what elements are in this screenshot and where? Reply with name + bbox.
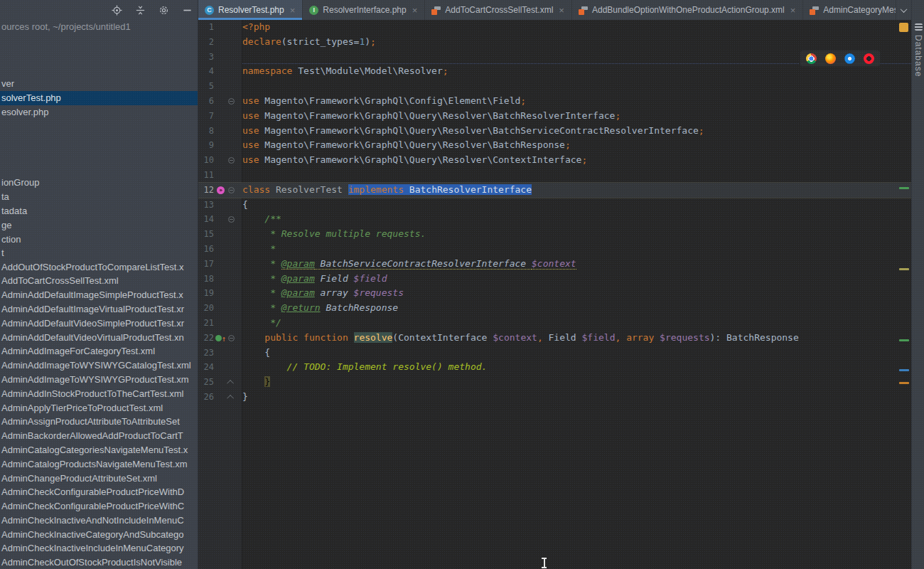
fold-marker-icon[interactable] — [228, 216, 235, 223]
code-line-8[interactable]: 8use Magento\Framework\GraphQl\Query\Res… — [198, 124, 911, 139]
tab-label: ResolverTest.php — [218, 5, 284, 15]
code-line-25[interactable]: 25 } — [198, 375, 911, 390]
code-line-15[interactable]: 15 * Resolve multiple requests. — [198, 227, 911, 242]
inspections-indicator[interactable] — [899, 23, 908, 32]
tree-item[interactable]: AdminAddDefaultVideoVirtualProductTest.x… — [0, 331, 198, 345]
tree-item[interactable]: AdminAddImageToWYSIWYGCatalogTest.xml — [0, 358, 198, 373]
tab-label: AddToCartCrossSellTest.xml — [445, 5, 553, 15]
code-line-23[interactable]: 23 { — [198, 346, 911, 361]
fold-marker-icon[interactable] — [227, 395, 234, 402]
code-line-18[interactable]: 18 * @param Field $field — [198, 272, 911, 287]
tree-item[interactable]: AdminCatalogProductsNavigateMenuTest.xm — [0, 457, 198, 472]
tree-item[interactable]: ver — [0, 77, 198, 91]
right-tool-stripe: Database — [911, 0, 924, 569]
tree-item[interactable]: ionGroup — [0, 176, 198, 190]
tab-bar: ResolverTest.php×ResolverInterface.php×A… — [198, 0, 911, 20]
tab-overflow-button[interactable] — [896, 0, 911, 20]
php-class-file-icon — [205, 6, 214, 15]
tree-item[interactable]: AdminCheckConfigurableProductPriceWithD — [0, 485, 198, 499]
tree-item[interactable]: AdminAddImageToWYSIWYGProductTest.xm — [0, 373, 198, 387]
close-icon[interactable]: × — [790, 6, 796, 15]
tab-ResolverTest.php[interactable]: ResolverTest.php× — [198, 0, 303, 20]
php-interface-file-icon — [309, 6, 318, 15]
tab-ResolverInterface.php[interactable]: ResolverInterface.php× — [303, 0, 425, 20]
code-line-9[interactable]: 9use Magento\Framework\GraphQl\Query\Res… — [198, 138, 911, 153]
code-line-1[interactable]: 1<?php — [198, 20, 911, 35]
close-icon[interactable]: × — [412, 6, 418, 15]
code-line-11[interactable]: 11 — [198, 168, 911, 183]
fold-marker-icon[interactable] — [228, 98, 235, 105]
test-class-icon[interactable] — [217, 186, 225, 194]
error-stripe-mark[interactable] — [899, 268, 909, 270]
tree-item[interactable]: AdminAddDefaultImageSimpleProductTest.x — [0, 288, 198, 302]
code-line-14[interactable]: 14 /** — [198, 212, 911, 227]
safari-icon[interactable] — [844, 53, 855, 64]
line-number: 22 — [198, 331, 214, 346]
tree-item[interactable]: tadata — [0, 204, 198, 218]
tree-item[interactable]: ge — [0, 218, 198, 233]
tree-item[interactable]: esolver.php — [0, 105, 198, 119]
code-line-2[interactable]: 2declare(strict_types=1); — [198, 35, 911, 50]
code-line-19[interactable]: 19 * @param array $requests — [198, 286, 911, 301]
implement-method-icon[interactable] — [215, 334, 225, 342]
error-stripe-mark[interactable] — [899, 339, 909, 341]
line-number: 17 — [198, 257, 214, 272]
fold-marker-icon[interactable] — [227, 380, 234, 387]
tree-item[interactable]: ta — [0, 190, 198, 204]
tree-item[interactable]: AdminApplyTierPriceToProductTest.xml — [0, 401, 198, 415]
tree-item[interactable]: AdminBackorderAllowedAddProductToCartT — [0, 429, 198, 443]
close-icon[interactable]: × — [290, 6, 296, 15]
firefox-icon[interactable] — [825, 53, 836, 64]
line-number: 2 — [198, 35, 214, 50]
tree-item[interactable]: AddOutOfStockProductToCompareListTest.x — [0, 260, 198, 275]
database-tool-button[interactable]: Database — [912, 20, 924, 77]
tree-item[interactable]: AdminAddInStockProductToTheCartTest.xml — [0, 387, 198, 401]
code-line-13[interactable]: 13{ — [198, 198, 911, 213]
tree-item[interactable]: AdminChangeProductAttributeSet.xml — [0, 472, 198, 486]
tree-item[interactable]: AdminAddImageForCategoryTest.xml — [0, 344, 198, 358]
fold-marker-icon[interactable] — [228, 157, 235, 164]
tree-item[interactable]: AddToCartCrossSellTest.xml — [0, 274, 198, 288]
line-number: 13 — [198, 198, 214, 213]
code-editor[interactable]: 1<?php2declare(strict_types=1);34namespa… — [198, 20, 911, 569]
fold-marker-icon[interactable] — [228, 187, 235, 193]
code-line-20[interactable]: 20 * @return BatchResponse — [198, 301, 911, 316]
tree-item[interactable]: AdminAddDefaultImageVirtualProductTest.x… — [0, 302, 198, 317]
tab-AdminCategoryMessa[interactable]: AdminCategoryMessa — [803, 0, 896, 20]
code-line-12[interactable]: 12class ResolverTest implements BatchRes… — [198, 183, 911, 198]
code-line-26[interactable]: 26} — [198, 390, 911, 405]
error-stripe-mark[interactable] — [899, 382, 909, 384]
opera-icon[interactable] — [864, 53, 874, 64]
code-line-21[interactable]: 21 */ — [198, 316, 911, 331]
code-line-17[interactable]: 17 * @param BatchServiceContractResolver… — [198, 257, 911, 272]
chrome-icon[interactable] — [806, 53, 817, 64]
code-line-6[interactable]: 6use Magento\Framework\GraphQl\Config\El… — [198, 94, 911, 109]
chevron-down-icon — [900, 6, 907, 13]
code-line-22[interactable]: 22 public function resolve(ContextInterf… — [198, 331, 911, 346]
tree-item[interactable]: solverTest.php — [0, 91, 198, 105]
code-line-24[interactable]: 24 // TODO: Implement resolve() method. — [198, 360, 911, 375]
tree-item[interactable]: AdminCheckInactiveCategoryAndSubcatego — [0, 528, 198, 542]
tree-item[interactable]: AdminCheckInactiveAndNotIncludeInMenuC — [0, 514, 198, 528]
close-icon[interactable]: × — [559, 6, 564, 15]
tree-item[interactable]: t — [0, 246, 198, 260]
line-number: 11 — [198, 168, 214, 183]
code-line-10[interactable]: 10use Magento\Framework\GraphQl\Query\Re… — [198, 153, 911, 168]
tab-AddBundleOptionWithOneProductActionGroup.xml[interactable]: AddBundleOptionWithOneProductActionGroup… — [572, 0, 803, 20]
tree-item[interactable]: AdminCheckOutOfStockProductIsNotVisible — [0, 555, 198, 569]
line-number: 21 — [198, 316, 214, 331]
tree-item[interactable]: AdminCatalogCategoriesNavigateMenuTest.x — [0, 443, 198, 457]
tree-item[interactable]: AdminCheckInactiveIncludeInMenuCategory — [0, 541, 198, 555]
code-line-16[interactable]: 16 * — [198, 242, 911, 257]
tab-AddToCartCrossSellTest.xml[interactable]: AddToCartCrossSellTest.xml× — [425, 0, 572, 20]
code-line-5[interactable]: 5 — [198, 79, 911, 94]
code-line-7[interactable]: 7use Magento\Framework\GraphQl\Query\Res… — [198, 109, 911, 124]
tree-item[interactable]: ction — [0, 233, 198, 247]
error-stripe-mark[interactable] — [899, 187, 909, 189]
project-tree: versolverTest.phpesolver.phpionGrouptata… — [0, 0, 198, 569]
tree-item[interactable]: AdminAddDefaultVideoSimpleProductTest.xr — [0, 317, 198, 331]
error-stripe-mark[interactable] — [899, 369, 909, 371]
fold-marker-icon[interactable] — [228, 335, 235, 341]
tree-item[interactable]: AdminCheckConfigurableProductPriceWithC — [0, 499, 198, 514]
tree-item[interactable]: AdminAssignProductAttributeToAttributeSe… — [0, 415, 198, 429]
